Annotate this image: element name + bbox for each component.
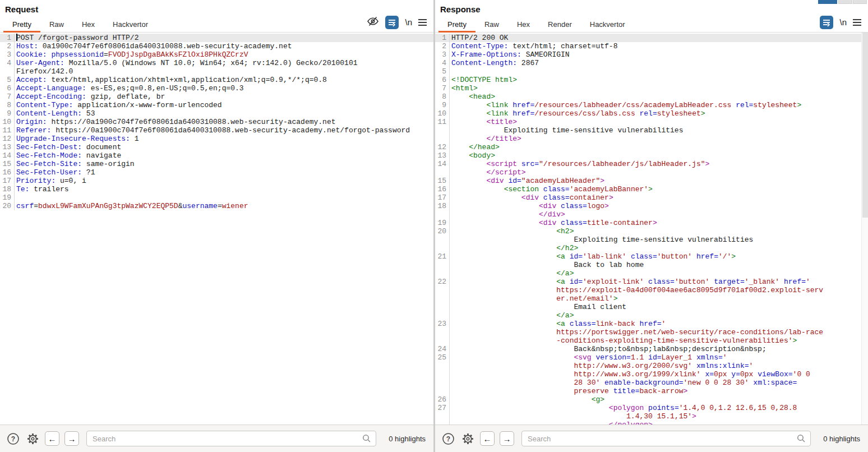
code-line: 24 Back&nbsp;to&nbsp;lab&nbsp;descriptio… bbox=[435, 345, 862, 353]
line-number: 2 bbox=[0, 42, 15, 50]
search-next-button[interactable]: → bbox=[64, 431, 79, 446]
line-number: 18 bbox=[0, 185, 15, 193]
code-line: 7Accept-Encoding: gzip, deflate, br bbox=[0, 93, 433, 101]
scrollbar-track[interactable] bbox=[861, 33, 868, 425]
search-input[interactable] bbox=[521, 431, 811, 446]
line-number bbox=[435, 362, 450, 370]
tab-pretty[interactable]: Pretty bbox=[438, 17, 475, 32]
line-number bbox=[435, 244, 450, 252]
code-line: 20csrf=bdwxL9WFamXuPAnGg3tpWazWCY2EQP5D&… bbox=[0, 202, 433, 210]
inspector-chip[interactable] bbox=[838, 0, 852, 4]
line-text: Exploiting time-sensitive vulnerabilitie… bbox=[451, 236, 753, 244]
code-line: 5 bbox=[435, 67, 862, 76]
tab-pretty[interactable]: Pretty bbox=[3, 17, 40, 32]
line-text: Sec-Fetch-Site: same-origin bbox=[16, 160, 135, 168]
search-prev-button[interactable]: ← bbox=[45, 431, 59, 446]
line-text: </head> bbox=[451, 143, 500, 151]
newline-icon[interactable]: \n bbox=[839, 17, 847, 27]
line-number: 25 bbox=[435, 353, 450, 362]
line-number: 4 bbox=[435, 59, 450, 67]
line-text: <title> bbox=[451, 118, 517, 126]
line-text: </h2> bbox=[451, 244, 578, 252]
code-line: Back to lab home bbox=[435, 261, 862, 269]
tab-hex[interactable]: Hex bbox=[508, 17, 539, 32]
line-text: https://portswigger.net/web-security/rac… bbox=[451, 328, 823, 336]
tab-hex[interactable]: Hex bbox=[73, 17, 104, 32]
search-next-button[interactable]: → bbox=[500, 431, 514, 446]
line-number bbox=[435, 328, 450, 336]
response-editor-icons: \n bbox=[820, 12, 868, 32]
line-number: 26 bbox=[435, 395, 450, 404]
word-wrap-icon[interactable] bbox=[820, 16, 833, 29]
menu-icon[interactable] bbox=[418, 19, 427, 26]
line-number: 23 bbox=[435, 320, 450, 328]
gear-icon[interactable] bbox=[25, 431, 40, 446]
menu-icon[interactable] bbox=[853, 19, 861, 26]
line-number bbox=[435, 210, 450, 219]
inspector-chip-active[interactable] bbox=[818, 0, 837, 4]
line-number: 8 bbox=[435, 93, 450, 101]
tab-raw[interactable]: Raw bbox=[475, 17, 508, 32]
line-text: <div id="academyLabHeader"> bbox=[451, 177, 604, 185]
code-line: 13Sec-Fetch-Dest: document bbox=[0, 143, 433, 151]
tab-render[interactable]: Render bbox=[539, 17, 581, 32]
line-number: 10 bbox=[0, 118, 15, 126]
tab-raw[interactable]: Raw bbox=[40, 17, 73, 32]
hide-invisible-icon[interactable] bbox=[367, 15, 379, 30]
line-text: </a> bbox=[451, 311, 574, 320]
line-text: Sec-Fetch-User: ?1 bbox=[16, 168, 95, 177]
code-line: 17 <div class=container> bbox=[435, 193, 862, 202]
code-line: 4User-Agent: Mozilla/5.0 (Windows NT 10.… bbox=[0, 59, 433, 67]
line-text: Content-Length: 53 bbox=[16, 109, 95, 118]
newline-icon[interactable]: \n bbox=[405, 17, 412, 27]
tab-hackvertor[interactable]: Hackvertor bbox=[581, 17, 634, 32]
line-number: 18 bbox=[435, 202, 450, 210]
line-text: Accept-Encoding: gzip, deflate, br bbox=[16, 93, 165, 101]
gear-icon[interactable] bbox=[460, 431, 475, 446]
line-number bbox=[435, 126, 450, 135]
line-text: <div class=container> bbox=[451, 193, 613, 202]
code-line: </script> bbox=[435, 168, 862, 177]
search-input[interactable] bbox=[86, 431, 376, 446]
line-text: <html> bbox=[451, 84, 478, 93]
code-line: 20 <h2> bbox=[435, 227, 862, 236]
line-text: <div class=logo> bbox=[451, 202, 609, 210]
request-bottom-bar: ? ← → 0 highlights bbox=[0, 425, 433, 452]
code-line: 3X-Frame-Options: SAMEORIGIN bbox=[435, 50, 862, 59]
line-number: 27 bbox=[435, 404, 450, 412]
code-line: 10 <link href=/resources/css/labs.css re… bbox=[435, 109, 862, 118]
tab-hackvertor[interactable]: Hackvertor bbox=[104, 17, 157, 32]
response-tabbar: PrettyRawHexRenderHackvertor \n bbox=[435, 17, 868, 33]
code-line: 14 <script src="/resources/labheader/js/… bbox=[435, 160, 862, 168]
code-line: 9Content-Length: 53 bbox=[0, 109, 433, 118]
line-text: User-Agent: Mozilla/5.0 (Windows NT 10.0… bbox=[16, 59, 358, 67]
code-line: 13 <body> bbox=[435, 151, 862, 160]
request-editor[interactable]: 1POST /forgot-password HTTP/22Host: 0a19… bbox=[0, 33, 433, 425]
code-line: -conditions-exploiting-time-sensitive-vu… bbox=[435, 336, 862, 345]
line-number: 19 bbox=[435, 219, 450, 227]
line-number bbox=[435, 294, 450, 303]
line-text: <!DOCTYPE html> bbox=[451, 76, 517, 84]
code-line: 5Accept: text/html,application/xhtml+xml… bbox=[0, 76, 433, 84]
scrollbar-thumb[interactable] bbox=[862, 33, 868, 218]
line-text: </script> bbox=[451, 168, 526, 177]
help-icon[interactable]: ? bbox=[6, 431, 20, 446]
code-line: 25 <svg version=1.1 id=Layer_1 xmlns=' bbox=[435, 353, 862, 362]
code-line: 2Host: 0a1900c704f7e6f08061da6400310088.… bbox=[0, 42, 433, 50]
line-text: <body> bbox=[451, 151, 495, 160]
word-wrap-icon[interactable] bbox=[385, 16, 399, 29]
highlights-count: 0 highlights bbox=[823, 435, 860, 443]
code-line: 1HTTP/2 200 OK bbox=[435, 34, 862, 42]
line-number: 19 bbox=[0, 193, 15, 202]
line-number: 24 bbox=[435, 345, 450, 353]
line-number bbox=[435, 336, 450, 345]
line-number bbox=[435, 412, 450, 421]
help-icon[interactable]: ? bbox=[441, 431, 455, 446]
line-text: HTTP/2 200 OK bbox=[451, 34, 508, 42]
inspector-chip[interactable] bbox=[853, 0, 867, 4]
response-editor[interactable]: 1HTTP/2 200 OK2Content-Type: text/html; … bbox=[435, 33, 862, 425]
response-panel: Response PrettyRawHexRenderHackvertor \n… bbox=[435, 0, 868, 452]
line-text: Content-Length: 2867 bbox=[451, 59, 539, 67]
code-line: er.net/email'> bbox=[435, 294, 862, 303]
search-prev-button[interactable]: ← bbox=[480, 431, 495, 446]
